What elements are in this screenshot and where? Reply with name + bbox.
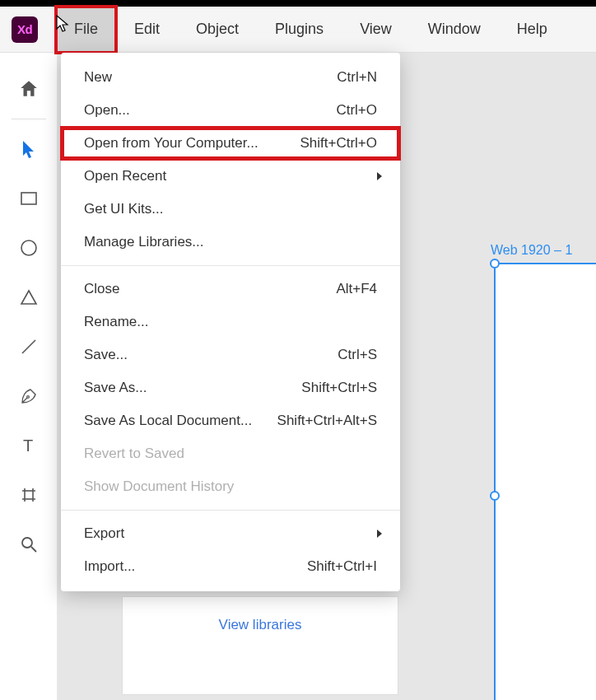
menu-view[interactable]: View	[342, 7, 410, 53]
menu-rename[interactable]: Rename...	[61, 306, 400, 338]
menu-open-recent[interactable]: Open Recent	[61, 160, 400, 193]
menu-close[interactable]: Close Alt+F4	[61, 273, 400, 306]
handle-middle-left[interactable]	[490, 491, 500, 501]
menu-export[interactable]: Export	[61, 517, 400, 550]
menu-separator	[61, 265, 400, 266]
menu-open-from-computer[interactable]: Open from Your Computer... Shift+Ctrl+O	[61, 127, 400, 160]
app-logo-text: Xd	[17, 22, 32, 36]
polygon-tool[interactable]	[0, 273, 58, 322]
menu-file[interactable]: File	[56, 7, 116, 53]
svg-rect-5	[25, 491, 33, 499]
artboard-label[interactable]: Web 1920 – 1	[491, 243, 572, 258]
menu-save[interactable]: Save... Ctrl+S	[61, 338, 400, 371]
line-icon	[19, 337, 39, 357]
artboard[interactable]: Web 1920 – 1	[494, 263, 596, 700]
artboard-tool[interactable]	[0, 470, 58, 520]
rectangle-icon	[19, 189, 39, 208]
svg-point-3	[26, 396, 29, 399]
menu-window[interactable]: Window	[410, 7, 499, 53]
svg-point-1	[21, 240, 36, 255]
select-icon	[20, 139, 38, 159]
rectangle-tool[interactable]	[0, 174, 58, 223]
text-tool[interactable]: T	[0, 421, 58, 470]
menu-object[interactable]: Object	[178, 7, 257, 53]
left-toolbar: T	[0, 53, 58, 700]
menu-edit[interactable]: Edit	[116, 7, 178, 53]
menu-show-document-history: Show Document History	[61, 470, 400, 503]
handle-top-left[interactable]	[490, 259, 500, 268]
svg-line-2	[22, 340, 35, 353]
menu-help[interactable]: Help	[499, 7, 566, 53]
line-tool[interactable]	[0, 322, 58, 371]
menu-separator	[61, 510, 400, 511]
menu-save-as-local[interactable]: Save As Local Document... Shift+Ctrl+Alt…	[61, 404, 400, 437]
artboard-icon	[19, 485, 39, 505]
zoom-icon	[19, 534, 39, 554]
app-logo: Xd	[12, 16, 38, 43]
chevron-right-icon	[375, 529, 384, 539]
pen-tool[interactable]	[0, 371, 58, 421]
menu-save-as[interactable]: Save As... Shift+Ctrl+S	[61, 371, 400, 404]
svg-line-7	[31, 547, 36, 552]
chevron-right-icon	[375, 171, 384, 181]
triangle-icon	[19, 287, 39, 307]
menu-manage-libraries[interactable]: Manage Libraries...	[61, 226, 400, 259]
menubar: Xd File Edit Object Plugins View Window …	[0, 7, 596, 53]
toolbar-divider	[12, 119, 46, 119]
pen-icon	[19, 386, 39, 406]
zoom-tool[interactable]	[0, 520, 58, 569]
libraries-panel: View libraries	[122, 596, 398, 695]
menu-get-ui-kits[interactable]: Get UI Kits...	[61, 193, 400, 226]
select-tool[interactable]	[0, 124, 58, 174]
svg-text:T: T	[23, 436, 33, 455]
svg-rect-0	[21, 193, 36, 204]
home-icon	[18, 78, 40, 100]
menu-revert-to-saved: Revert to Saved	[61, 437, 400, 470]
svg-point-6	[22, 538, 32, 548]
menu-open[interactable]: Open... Ctrl+O	[61, 94, 400, 127]
menu-new[interactable]: New Ctrl+N	[61, 61, 400, 94]
ellipse-icon	[19, 238, 39, 258]
home-button[interactable]	[18, 64, 40, 114]
view-libraries-link[interactable]: View libraries	[219, 617, 302, 633]
text-icon: T	[19, 436, 39, 455]
menu-import[interactable]: Import... Shift+Ctrl+I	[61, 550, 400, 583]
file-menu-dropdown: New Ctrl+N Open... Ctrl+O Open from Your…	[61, 53, 400, 591]
menu-plugins[interactable]: Plugins	[257, 7, 342, 53]
ellipse-tool[interactable]	[0, 223, 58, 273]
